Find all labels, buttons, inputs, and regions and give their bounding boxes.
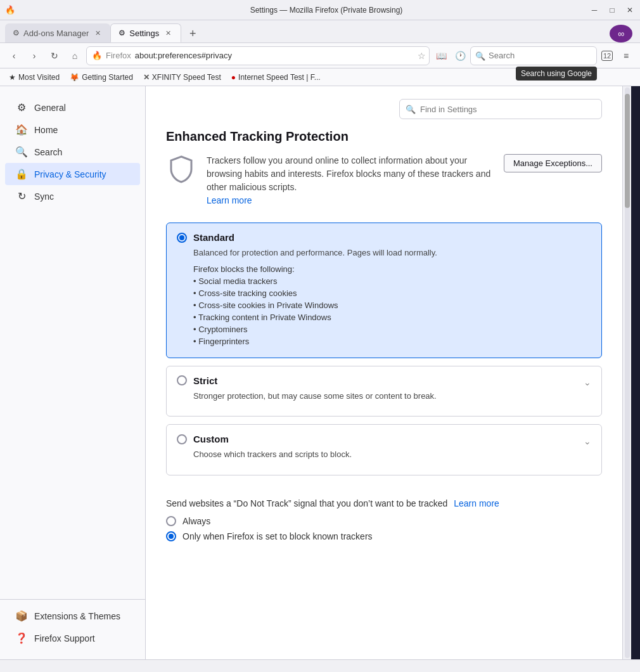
dnt-learn-more-link[interactable]: Learn more: [454, 498, 499, 508]
navbar: ‹ › ↻ ⌂ 🔥 Firefox about:preferences#priv…: [0, 43, 640, 68]
speedtest-icon: ●: [231, 73, 236, 82]
strict-radio-button[interactable]: [177, 375, 187, 385]
sidebar-item-home[interactable]: 🏠 Home: [5, 119, 140, 141]
firefox-logo-title: 🔥: [5, 5, 15, 15]
learn-more-etp-link[interactable]: Learn more: [207, 195, 252, 205]
search-input[interactable]: [470, 46, 597, 65]
search-bar-container: 🔍 Search using Google: [470, 46, 597, 65]
protocol-label: Firefox: [106, 51, 131, 60]
addons-tab-close[interactable]: ✕: [93, 28, 103, 38]
sidebar-item-extensions[interactable]: 📦 Extensions & Themes: [5, 605, 140, 627]
blocks-intro: Firefox blocks the following:: [193, 264, 591, 274]
shield-icon: [166, 154, 196, 184]
tabbar: ⚙ Add-ons Manager ✕ ⚙ Settings ✕ + ∞: [0, 20, 640, 43]
custom-radio-header: Custom: [177, 434, 229, 444]
dnt-always-option[interactable]: Always: [166, 516, 602, 526]
tracking-option-strict[interactable]: Strict ⌄ Stronger protection, but may ca…: [166, 366, 602, 417]
dnt-tracking-only-option[interactable]: Only when Firefox is set to block known …: [166, 531, 602, 541]
addons-tab-label: Add-ons Manager: [23, 29, 89, 38]
custom-option-header: Custom ⌄: [177, 434, 591, 448]
reading-list-button[interactable]: 📖: [432, 47, 450, 65]
dnt-label: Send websites a “Do Not Track” signal th…: [166, 498, 447, 508]
settings-tab-label: Settings: [129, 29, 159, 38]
custom-label: Custom: [193, 434, 229, 444]
block-item-0: • Social media trackers: [193, 276, 591, 286]
dnt-text: Send websites a “Do Not Track” signal th…: [166, 498, 602, 508]
tab-addons[interactable]: ⚙ Add-ons Manager ✕: [5, 23, 110, 42]
sidebar-item-privacy[interactable]: 🔒 Privacy & Security: [5, 163, 140, 185]
bookmark-most-visited[interactable]: ★ Most Visited: [5, 72, 63, 83]
standard-radio-button[interactable]: [177, 233, 187, 243]
address-bar-container: 🔥 Firefox about:preferences#privacy ☆: [86, 46, 430, 65]
block-item-1: • Cross-site tracking cookies: [193, 288, 591, 298]
new-tab-button[interactable]: +: [184, 25, 202, 42]
window-title: Settings — Mozilla Firefox (Private Brow…: [18, 6, 635, 15]
dnt-always-label: Always: [182, 516, 210, 526]
support-icon: ❓: [15, 632, 28, 644]
back-button[interactable]: ‹: [5, 47, 23, 65]
find-input[interactable]: [399, 99, 602, 119]
dnt-tracking-radio[interactable]: [166, 531, 176, 541]
dnt-always-radio[interactable]: [166, 516, 176, 526]
sidebar-privacy-label: Privacy & Security: [34, 169, 106, 179]
home-icon: 🏠: [15, 124, 28, 136]
home-button[interactable]: ⌂: [66, 47, 84, 65]
tracking-option-custom[interactable]: Custom ⌄ Choose which trackers and scrip…: [166, 424, 602, 475]
xfinity-icon: ✕: [143, 73, 150, 82]
settings-tab-close[interactable]: ✕: [163, 28, 173, 38]
profile-icon[interactable]: ∞: [618, 29, 624, 39]
general-icon: ⚙: [15, 101, 28, 113]
bookmark-xfinity[interactable]: ✕ XFINITY Speed Test: [139, 72, 225, 83]
scrollbar-track[interactable]: [625, 87, 630, 658]
firefox-logo-addr: 🔥: [92, 51, 102, 60]
refresh-button[interactable]: ↻: [46, 47, 63, 65]
minimize-button[interactable]: ─: [587, 3, 602, 18]
address-bar[interactable]: 🔥 Firefox about:preferences#privacy: [86, 46, 430, 65]
etp-desc-text: Trackers follow you around online to col…: [207, 155, 490, 192]
block-item-5: • Fingerprinters: [193, 337, 591, 346]
custom-radio-button[interactable]: [177, 434, 187, 444]
standard-option-header: Standard: [177, 232, 591, 247]
window-controls: ─ □ ✕: [587, 3, 637, 18]
url-text: about:preferences#privacy: [135, 51, 232, 60]
close-button[interactable]: ✕: [622, 3, 637, 18]
dnt-tracking-label: Only when Firefox is set to block known …: [182, 531, 373, 541]
extensions-icon: 📦: [15, 610, 28, 622]
sidebar-sync-label: Sync: [34, 191, 54, 202]
forward-button[interactable]: ›: [25, 47, 43, 65]
maximize-button[interactable]: □: [605, 3, 620, 18]
scrollbar-thumb[interactable]: [625, 94, 630, 208]
tracking-option-standard[interactable]: Standard Balanced for protection and per…: [166, 223, 602, 358]
strict-label: Strict: [193, 375, 217, 386]
scrollbar[interactable]: [622, 86, 631, 659]
tab-count-icon: 12: [601, 51, 613, 61]
xfinity-label: XFINITY Speed Test: [152, 73, 221, 82]
sidebar-item-search[interactable]: 🔍 Search: [5, 141, 140, 163]
bookmark-getting-started[interactable]: 🦊 Getting Started: [66, 72, 137, 83]
custom-collapse-icon[interactable]: ⌄: [584, 436, 591, 446]
sidebar-item-general[interactable]: ⚙ General: [5, 96, 140, 119]
sync-icon: ↻: [15, 190, 28, 202]
tab-settings[interactable]: ⚙ Settings ✕: [110, 23, 181, 42]
most-visited-label: Most Visited: [18, 73, 60, 82]
bookmark-star-icon[interactable]: ☆: [418, 51, 426, 61]
standard-desc: Balanced for protection and performance.…: [193, 247, 591, 259]
sidebar-item-support[interactable]: ❓ Firefox Support: [5, 627, 140, 649]
sidebar-general-label: General: [34, 103, 66, 113]
status-bar: [0, 659, 640, 672]
search-icon: 🔍: [475, 51, 485, 60]
menu-button[interactable]: ≡: [617, 47, 635, 65]
sidebar-item-sync[interactable]: ↻ Sync: [5, 185, 140, 207]
strict-collapse-icon[interactable]: ⌄: [584, 377, 591, 387]
addons-tab-icon: ⚙: [13, 29, 20, 37]
tabs-button[interactable]: 12: [598, 47, 616, 65]
manage-exceptions-button[interactable]: Manage Exceptions...: [504, 154, 602, 172]
bookmark-speedtest[interactable]: ● Internet Speed Test | F...: [227, 72, 324, 83]
history-button[interactable]: 🕐: [451, 47, 469, 65]
main-content: 🔍 Enhanced Tracking Protection Trackers …: [146, 86, 622, 659]
block-item-2: • Cross-site cookies in Private Windows: [193, 300, 591, 310]
standard-blocks: Firefox blocks the following: • Social m…: [193, 264, 591, 346]
sidebar-extensions-label: Extensions & Themes: [34, 611, 120, 621]
custom-desc: Choose which trackers and scripts to blo…: [193, 448, 591, 461]
find-icon: 🔍: [406, 105, 416, 114]
